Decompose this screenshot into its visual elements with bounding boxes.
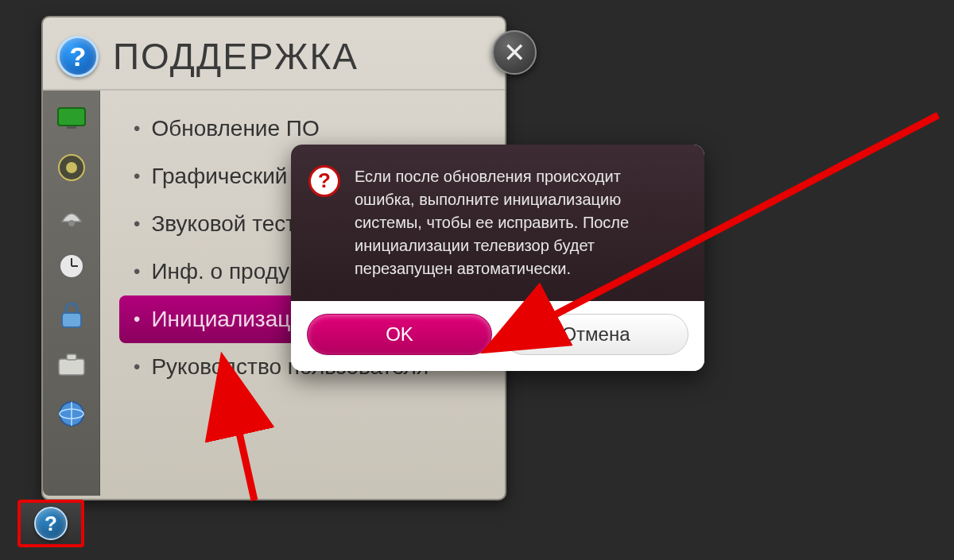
confirm-dialog: ? Если после обновления происходит ошибк… — [291, 145, 704, 371]
bullet-icon: • — [134, 261, 140, 283]
svg-point-3 — [66, 162, 77, 173]
time-icon[interactable] — [53, 248, 90, 284]
svg-rect-0 — [58, 108, 85, 126]
ok-button[interactable]: OK — [307, 314, 492, 355]
warning-icon: ? — [308, 165, 340, 197]
dialog-footer: OK Отмена — [291, 301, 704, 371]
bullet-icon: • — [134, 118, 140, 140]
bullet-icon: • — [134, 213, 140, 235]
menu-label: Звуковой тест — [151, 211, 296, 237]
bullet-icon: • — [134, 165, 140, 187]
dialog-body: ? Если после обновления происходит ошибк… — [291, 145, 704, 301]
network-icon[interactable] — [53, 199, 90, 235]
cancel-label: Отмена — [561, 323, 630, 346]
svg-point-4 — [68, 220, 75, 226]
help-icon: ? — [34, 507, 68, 540]
svg-rect-9 — [59, 359, 84, 375]
bullet-icon: • — [134, 308, 140, 330]
dialog-message: Если после обновления происходит ошибка,… — [355, 165, 682, 280]
bottom-help-highlight[interactable]: ? — [17, 500, 84, 547]
lock-icon[interactable] — [53, 297, 90, 334]
cancel-button[interactable]: Отмена — [503, 314, 688, 355]
close-button[interactable]: ✕ — [492, 30, 537, 75]
audio-icon[interactable] — [53, 149, 90, 186]
ok-label: OK — [386, 323, 413, 346]
panel-title: ПОДДЕРЖКА — [113, 35, 359, 78]
display-icon[interactable] — [53, 100, 90, 137]
close-icon: ✕ — [503, 37, 525, 68]
bullet-icon: • — [134, 356, 140, 378]
svg-rect-8 — [62, 313, 81, 327]
svg-rect-10 — [67, 354, 76, 360]
menu-label: Обновление ПО — [151, 116, 319, 141]
panel-header: ? ПОДДЕРЖКА — [43, 17, 505, 91]
svg-rect-1 — [67, 126, 76, 129]
sidebar — [43, 91, 100, 496]
support-icon[interactable] — [53, 396, 90, 432]
help-icon: ? — [57, 36, 99, 77]
option-icon[interactable] — [53, 346, 90, 383]
